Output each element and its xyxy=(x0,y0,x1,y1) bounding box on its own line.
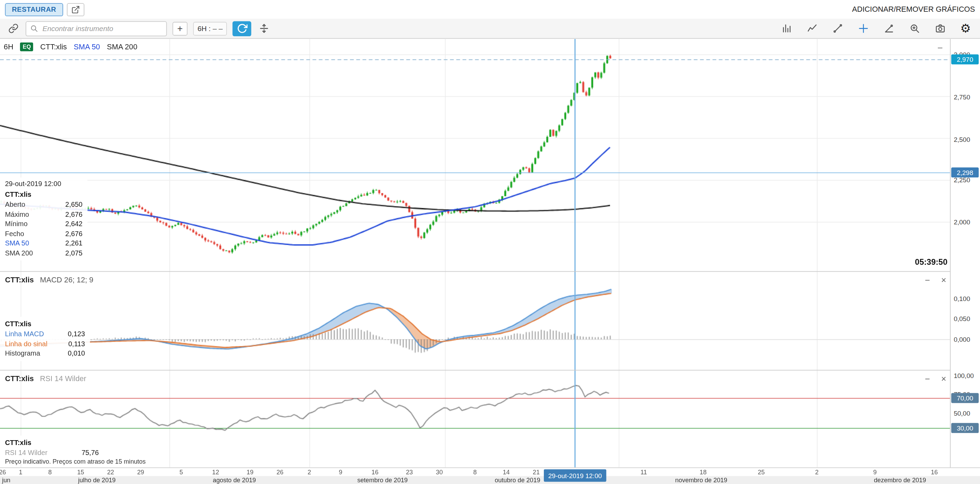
bar-countdown: 05:39:50 xyxy=(915,257,948,267)
chart-canvas[interactable] xyxy=(0,0,980,484)
tooltip-row: Máximo2,676 xyxy=(5,209,82,219)
x-axis[interactable]: 2618152229512192629162330814211118252916… xyxy=(0,467,980,484)
rsi-panel-header: CTT:xlis RSI 14 Wilder xyxy=(5,374,86,383)
x-axis-tick: 19 xyxy=(247,468,253,475)
chart-legend: 6H EQ CTT:xlis SMA 50 SMA 200 xyxy=(4,43,137,51)
search-input[interactable] xyxy=(41,24,162,33)
x-axis-tick: 9 xyxy=(339,468,342,475)
tooltip-row-label: Máximo xyxy=(5,209,29,219)
symbol-label[interactable]: CTT:xlis xyxy=(40,43,67,51)
tooltip-row-value: 2,650 xyxy=(65,200,83,209)
x-axis-tick: 25 xyxy=(757,468,765,475)
crosshair-date-badge: 29-out-2019 12:00 xyxy=(544,469,606,482)
link-button[interactable] xyxy=(6,21,20,35)
macd-panel-separator[interactable] xyxy=(0,271,980,272)
eq-badge: EQ xyxy=(21,43,33,51)
x-axis-tick: 9 xyxy=(873,468,877,475)
rsi-symbol: CTT:xlis xyxy=(5,374,33,383)
tooltip-row: Linha do sinal0,113 xyxy=(5,339,85,349)
y-axis-badge: 70,00 xyxy=(951,393,979,403)
macd-tooltip: CTT:xlis Linha MACD0,123Linha do sinal0,… xyxy=(0,317,90,361)
main-tooltip-rows: Aberto2,650Máximo2,676Mínimo2,642Fecho2,… xyxy=(5,200,82,258)
volume-chart-button[interactable] xyxy=(778,21,794,35)
channel-button[interactable] xyxy=(881,21,897,35)
zoom-button[interactable] xyxy=(906,21,922,35)
macd-study-label[interactable]: MACD 26; 12; 9 xyxy=(40,276,94,284)
macd-tooltip-rows: Linha MACD0,123Linha do sinal0,113Histog… xyxy=(5,329,85,358)
macd-tooltip-symbol: CTT:xlis xyxy=(5,318,85,329)
chart-toolbar: + 6H : – – xyxy=(0,19,980,39)
instrument-search[interactable] xyxy=(25,21,167,36)
y-axis-badge: 2,970 xyxy=(951,54,979,64)
x-axis-tick: 15 xyxy=(77,468,84,475)
y-axis-label: 2,500 xyxy=(954,135,970,144)
interval-selector[interactable]: 6H : – – xyxy=(193,21,227,35)
rsi-tooltip-value: 75,76 xyxy=(81,448,99,458)
top-bar: RESTAURAR ADICIONAR/REMOVER GRÁFICOS xyxy=(0,0,980,19)
app-viewport: RESTAURAR ADICIONAR/REMOVER GRÁFICOS + 6… xyxy=(0,0,980,484)
tooltip-row-value: 0,010 xyxy=(68,349,85,358)
macd-minimize-button[interactable]: − xyxy=(922,275,932,285)
popout-button[interactable] xyxy=(67,3,84,16)
y-axis-label: 0,100 xyxy=(954,294,970,303)
line-chart-icon xyxy=(807,23,817,34)
rsi-tooltip: CTT:xlis RSI 14 Wilder 75,76 xyxy=(0,436,103,460)
macd-panel-header: CTT:xlis MACD 26; 12; 9 xyxy=(5,276,93,284)
link-icon xyxy=(8,23,19,34)
line-chart-button[interactable] xyxy=(804,21,820,35)
crosshair-icon xyxy=(858,23,869,34)
settings-button[interactable]: ⚙ xyxy=(958,21,974,35)
restore-button[interactable]: RESTAURAR xyxy=(5,3,63,16)
add-remove-charts-button[interactable]: ADICIONAR/REMOVER GRÁFICOS xyxy=(852,5,975,13)
x-axis-tick: 26 xyxy=(277,468,283,475)
x-axis-tick: 14 xyxy=(503,468,510,475)
camera-button[interactable] xyxy=(932,21,948,35)
tooltip-row-label: Histograma xyxy=(5,349,40,358)
tooltip-row-label: Aberto xyxy=(5,200,25,209)
x-axis-month: outubro de 2019 xyxy=(495,477,541,484)
tooltip-row: SMA 502,261 xyxy=(5,238,82,248)
y-axis-label: 0,000 xyxy=(954,335,970,343)
crosshair-button[interactable] xyxy=(855,21,871,35)
rsi-minimize-button[interactable]: − xyxy=(922,373,932,384)
y-axis-label: 2,000 xyxy=(954,217,970,226)
x-axis-tick: 22 xyxy=(107,468,114,475)
sma200-legend[interactable]: SMA 200 xyxy=(107,43,137,51)
x-axis-tick: 21 xyxy=(533,468,540,475)
x-axis-tick: 23 xyxy=(406,468,413,475)
x-axis-month: julho de 2019 xyxy=(78,477,116,484)
tooltip-row-label: SMA 200 xyxy=(5,248,33,258)
x-axis-tick: 18 xyxy=(700,468,706,475)
x-axis-tick: 8 xyxy=(48,468,52,475)
rsi-panel-separator[interactable] xyxy=(0,370,980,370)
tooltip-row: Fecho2,676 xyxy=(5,229,82,238)
trendline-icon xyxy=(832,23,843,34)
x-axis-month: novembro de 2019 xyxy=(675,477,727,484)
tooltip-row: Aberto2,650 xyxy=(5,200,82,209)
x-axis-tick: 16 xyxy=(931,468,938,475)
tooltip-row: Mínimo2,642 xyxy=(5,219,82,229)
y-axis-label: 50,00 xyxy=(954,409,970,417)
split-button[interactable] xyxy=(257,21,271,35)
rsi-close-button[interactable]: × xyxy=(939,373,948,384)
tooltip-row-label: Fecho xyxy=(5,229,24,238)
y-axis[interactable]: 3,0002,7502,5002,2502,0000,1000,0500,000… xyxy=(950,39,980,467)
channel-icon xyxy=(883,23,894,34)
x-axis-tick: 16 xyxy=(372,468,379,475)
macd-close-button[interactable]: × xyxy=(939,275,948,285)
add-button[interactable]: + xyxy=(173,21,188,35)
x-axis-month: agosto de 2019 xyxy=(213,477,256,484)
x-axis-tick: 11 xyxy=(641,468,647,475)
tooltip-row-value: 2,642 xyxy=(65,219,83,229)
chart-tools: ⚙ xyxy=(778,21,974,35)
y-axis-badge: 30,00 xyxy=(951,423,979,433)
main-pane-minimize-button[interactable]: − xyxy=(937,43,943,53)
tooltip-row-value: 0,113 xyxy=(68,339,85,349)
x-axis-tick: 1 xyxy=(19,468,22,475)
rsi-study-label[interactable]: RSI 14 Wilder xyxy=(40,374,86,383)
trendline-button[interactable] xyxy=(829,21,846,35)
y-axis-label: 100,00 xyxy=(954,371,974,380)
volume-chart-icon xyxy=(781,23,791,34)
refresh-button[interactable] xyxy=(233,21,251,36)
sma50-legend[interactable]: SMA 50 xyxy=(74,43,100,51)
